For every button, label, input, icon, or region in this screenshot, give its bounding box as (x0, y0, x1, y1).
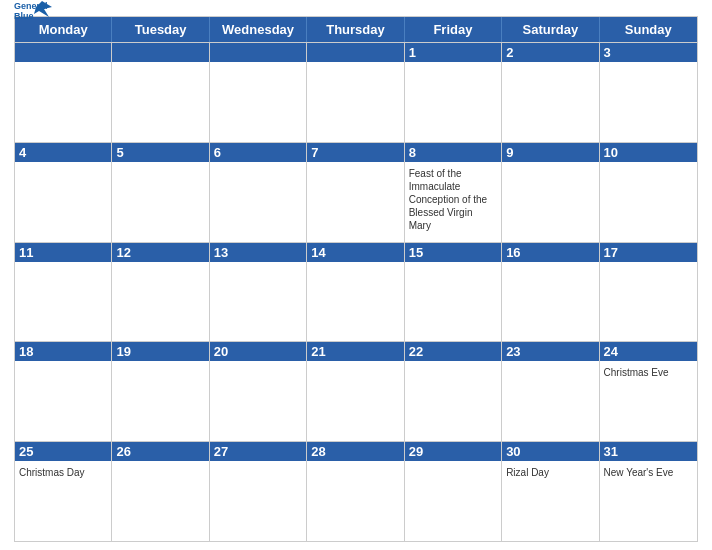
calendar-cell-15: 15 (405, 243, 502, 342)
calendar-cell-7: 7 (307, 143, 404, 242)
calendar-cell-29: 29 (405, 442, 502, 541)
calendar-cell-17: 17 (600, 243, 697, 342)
weekday-header-wednesday: Wednesday (210, 17, 307, 42)
event-label: Rizal Day (506, 466, 594, 479)
day-number: 28 (307, 442, 403, 461)
logo: General Blue (14, 0, 52, 21)
calendar-week-5: 25Christmas Day2627282930Rizal Day31New … (15, 441, 697, 541)
day-number: 6 (210, 143, 306, 162)
calendar-cell-19: 19 (112, 342, 209, 441)
calendar-week-3: 11121314151617 (15, 242, 697, 342)
day-number (112, 43, 208, 62)
calendar-cell-8: 8Feast of the Immaculate Conception of t… (405, 143, 502, 242)
day-number: 11 (15, 243, 111, 262)
day-number (15, 43, 111, 62)
calendar-cell-empty (112, 43, 209, 142)
calendar-week-4: 18192021222324Christmas Eve (15, 341, 697, 441)
calendar-page: General Blue MondayTuesdayWednesdayThurs… (0, 0, 712, 550)
day-number: 12 (112, 243, 208, 262)
calendar-cell-empty (307, 43, 404, 142)
day-number: 13 (210, 243, 306, 262)
calendar-cell-14: 14 (307, 243, 404, 342)
calendar-header: MondayTuesdayWednesdayThursdayFridaySatu… (15, 17, 697, 42)
calendar-cell-6: 6 (210, 143, 307, 242)
calendar-body: 12345678Feast of the Immaculate Concepti… (15, 42, 697, 541)
calendar-cell-23: 23 (502, 342, 599, 441)
calendar-cell-empty (15, 43, 112, 142)
day-number: 23 (502, 342, 598, 361)
day-number: 9 (502, 143, 598, 162)
day-number: 31 (600, 442, 697, 461)
day-number: 7 (307, 143, 403, 162)
calendar-cell-3: 3 (600, 43, 697, 142)
event-label: New Year's Eve (604, 466, 693, 479)
calendar-cell-25: 25Christmas Day (15, 442, 112, 541)
day-number (307, 43, 403, 62)
calendar-cell-28: 28 (307, 442, 404, 541)
day-number: 4 (15, 143, 111, 162)
calendar-cell-18: 18 (15, 342, 112, 441)
day-number: 29 (405, 442, 501, 461)
calendar-cell-empty (210, 43, 307, 142)
day-number: 10 (600, 143, 697, 162)
calendar-cell-30: 30Rizal Day (502, 442, 599, 541)
day-number: 27 (210, 442, 306, 461)
weekday-header-saturday: Saturday (502, 17, 599, 42)
event-label: Christmas Day (19, 466, 107, 479)
day-number: 26 (112, 442, 208, 461)
svg-text:Blue: Blue (14, 11, 34, 21)
day-number: 19 (112, 342, 208, 361)
calendar-cell-31: 31New Year's Eve (600, 442, 697, 541)
calendar-cell-13: 13 (210, 243, 307, 342)
calendar-cell-24: 24Christmas Eve (600, 342, 697, 441)
day-number: 1 (405, 43, 501, 62)
calendar-cell-4: 4 (15, 143, 112, 242)
calendar-week-2: 45678Feast of the Immaculate Conception … (15, 142, 697, 242)
day-number: 14 (307, 243, 403, 262)
calendar-cell-20: 20 (210, 342, 307, 441)
day-number: 15 (405, 243, 501, 262)
day-number: 17 (600, 243, 697, 262)
day-number: 22 (405, 342, 501, 361)
day-number: 5 (112, 143, 208, 162)
calendar-cell-26: 26 (112, 442, 209, 541)
calendar-cell-22: 22 (405, 342, 502, 441)
calendar-cell-2: 2 (502, 43, 599, 142)
day-number: 30 (502, 442, 598, 461)
calendar-week-1: 123 (15, 42, 697, 142)
event-label: Feast of the Immaculate Conception of th… (409, 167, 497, 232)
day-number: 8 (405, 143, 501, 162)
day-number: 20 (210, 342, 306, 361)
weekday-header-thursday: Thursday (307, 17, 404, 42)
day-number: 16 (502, 243, 598, 262)
calendar-cell-1: 1 (405, 43, 502, 142)
calendar-cell-11: 11 (15, 243, 112, 342)
weekday-header-friday: Friday (405, 17, 502, 42)
calendar-cell-10: 10 (600, 143, 697, 242)
day-number: 25 (15, 442, 111, 461)
calendar-cell-27: 27 (210, 442, 307, 541)
weekday-header-tuesday: Tuesday (112, 17, 209, 42)
calendar-grid: MondayTuesdayWednesdayThursdayFridaySatu… (14, 16, 698, 542)
day-number: 18 (15, 342, 111, 361)
calendar-cell-16: 16 (502, 243, 599, 342)
day-number: 2 (502, 43, 598, 62)
event-label: Christmas Eve (604, 366, 693, 379)
calendar-cell-21: 21 (307, 342, 404, 441)
day-number (210, 43, 306, 62)
day-number: 3 (600, 43, 697, 62)
calendar-cell-5: 5 (112, 143, 209, 242)
day-number: 24 (600, 342, 697, 361)
calendar-cell-12: 12 (112, 243, 209, 342)
calendar-cell-9: 9 (502, 143, 599, 242)
day-number: 21 (307, 342, 403, 361)
weekday-header-sunday: Sunday (600, 17, 697, 42)
